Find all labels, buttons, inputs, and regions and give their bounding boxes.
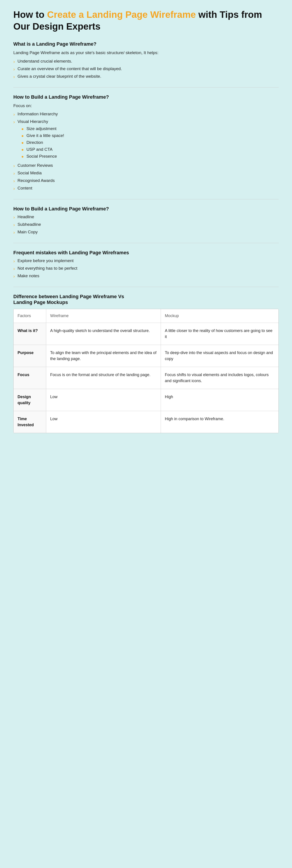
list-item: › Curate an overview of the content that… [13, 66, 279, 72]
divider [13, 243, 279, 243]
chevron-icon: › [13, 171, 15, 176]
bullet-icon: ● [21, 141, 24, 145]
row-factor: What is it? [13, 323, 46, 345]
list-item-text: Gives a crystal clear blueprint of the w… [17, 74, 101, 79]
row-mockup: High in comparison to Wireframe. [161, 411, 279, 433]
row-mockup: High [161, 389, 279, 411]
list-item: › Content [13, 186, 279, 191]
row-wireframe: Focus is on the format and structure of … [46, 367, 161, 389]
list-item: › Information Hierarchy [13, 112, 279, 117]
list-item-text: Understand crucial elements. [17, 59, 72, 64]
list-item: › Make notes [13, 274, 279, 279]
section-text-2: Focus on: [13, 103, 279, 109]
list-item-text: Content [17, 186, 32, 191]
list-item: › Not everything has to be perfect [13, 266, 279, 271]
list-item: › Gives a crystal clear blueprint of the… [13, 74, 279, 79]
sublist-item: ● USP and CTA [21, 147, 64, 152]
row-wireframe: To align the team with the principal ele… [46, 345, 161, 367]
section-frequent-mistakes: Frequent mistakes with Landing Page Wire… [13, 250, 279, 279]
chevron-icon: › [13, 119, 15, 124]
section-2-list: › Information Hierarchy › Visual Hierarc… [13, 112, 279, 191]
list-item-text: Customer Reviews [17, 163, 53, 168]
chevron-icon: › [13, 274, 15, 279]
section-heading-3: How to Build a Landing Page Wireframe? [13, 206, 279, 212]
sublist-item: ● Social Presence [21, 154, 64, 159]
difference-heading-line2: Landing Page Mockups [13, 300, 68, 305]
table-row: Time Invested Low High in comparison to … [13, 411, 279, 433]
table-row: What is it? A high-quality sketch to und… [13, 323, 279, 345]
section-3-list: › Headline › Subheadline › Main Copy [13, 214, 279, 235]
row-factor: Design quality [13, 389, 46, 411]
bullet-icon: ● [21, 134, 24, 138]
table-row: Focus Focus is on the format and structu… [13, 367, 279, 389]
list-item-text: Curate an overview of the content that w… [17, 66, 122, 71]
sublist-item: ● Direction [21, 140, 64, 145]
sublist-item-text: Direction [27, 140, 43, 145]
list-item-text: Make notes [17, 274, 39, 278]
section-text-1: Landing Page Wireframe acts as your site… [13, 50, 279, 56]
row-wireframe: A high-quality sketch to understand the … [46, 323, 161, 345]
section-heading-1: What is a Landing Page Wireframe? [13, 41, 279, 47]
sublist-item: ● Give it a little space! [21, 133, 64, 138]
chevron-icon: › [13, 230, 15, 235]
row-mockup: To deep-dive into the visual aspects and… [161, 345, 279, 367]
page-title: How to Create a Landing Page Wireframe w… [13, 9, 279, 32]
col-header-factors: Factors [13, 309, 46, 323]
row-mockup: A little closer to the reality of how cu… [161, 323, 279, 345]
comparison-table-wrapper: Factors Wireframe Mockup What is it? A h… [13, 309, 279, 433]
section-heading-2: How to Build a Landing Page Wireframe? [13, 94, 279, 100]
table-row: Design quality Low High [13, 389, 279, 411]
row-factor: Purpose [13, 345, 46, 367]
list-item-text: Social Media [17, 170, 42, 176]
row-wireframe: Low [46, 411, 161, 433]
list-item: › Main Copy [13, 229, 279, 235]
bullet-icon: ● [21, 127, 24, 131]
row-wireframe: Low [46, 389, 161, 411]
col-header-wireframe: Wireframe [46, 309, 161, 323]
chevron-icon: › [13, 178, 15, 184]
chevron-icon: › [13, 74, 15, 79]
sublist-item: ● Size adjustment [21, 126, 64, 131]
row-factor: Focus [13, 367, 46, 389]
list-item-text: Recognised Awards [17, 178, 55, 183]
chevron-icon: › [13, 215, 15, 220]
list-item: › Customer Reviews [13, 163, 279, 168]
sublist-item-text: USP and CTA [27, 147, 53, 152]
chevron-icon: › [13, 59, 15, 64]
divider [13, 87, 279, 88]
difference-heading-line1: Difference between Landing Page Wirefram… [13, 294, 124, 299]
sublist-item-text: Size adjustment [27, 126, 57, 131]
section-1-list: › Understand crucial elements. › Curate … [13, 59, 279, 79]
section-how-to-build: How to Build a Landing Page Wireframe? F… [13, 94, 279, 191]
list-item: › Explore before you implement [13, 258, 279, 264]
table-row: Purpose To align the team with the princ… [13, 345, 279, 367]
list-item: › Understand crucial elements. [13, 59, 279, 64]
list-item-visual-hierarchy: › Visual Hierarchy ● Size adjustment ● G… [13, 119, 279, 161]
list-item-text: Subheadline [17, 222, 41, 227]
comparison-table: Factors Wireframe Mockup What is it? A h… [13, 309, 279, 433]
bullet-icon: ● [21, 147, 24, 152]
section-heading-5: Difference between Landing Page Wirefram… [13, 294, 279, 305]
list-item: › Headline [13, 214, 279, 220]
section-difference: Difference between Landing Page Wirefram… [13, 294, 279, 433]
row-mockup: Focus shifts to visual elements and incl… [161, 367, 279, 389]
section-how-to-build-2: How to Build a Landing Page Wireframe? ›… [13, 206, 279, 235]
section-what-is: What is a Landing Page Wireframe? Landin… [13, 41, 279, 79]
list-item: › Subheadline [13, 222, 279, 227]
title-highlight: Create a Landing Page Wireframe [47, 9, 196, 20]
section-4-list: › Explore before you implement › Not eve… [13, 258, 279, 279]
chevron-icon: › [13, 266, 15, 271]
list-item: › Social Media [13, 170, 279, 176]
chevron-icon: › [13, 222, 15, 227]
chevron-icon: › [13, 186, 15, 191]
section-heading-4: Frequent mistakes with Landing Page Wire… [13, 250, 279, 256]
chevron-icon: › [13, 112, 15, 117]
divider [13, 287, 279, 287]
list-item-text: Headline [17, 214, 34, 219]
list-item-recognised-awards: › Recognised Awards [13, 178, 279, 184]
list-item-text: Main Copy [17, 229, 38, 235]
sublist-item-text: Give it a little space! [27, 133, 64, 138]
list-item-text: Information Hierarchy [17, 112, 58, 117]
bullet-icon: ● [21, 154, 24, 159]
list-item-text: Explore before you implement [17, 258, 74, 263]
